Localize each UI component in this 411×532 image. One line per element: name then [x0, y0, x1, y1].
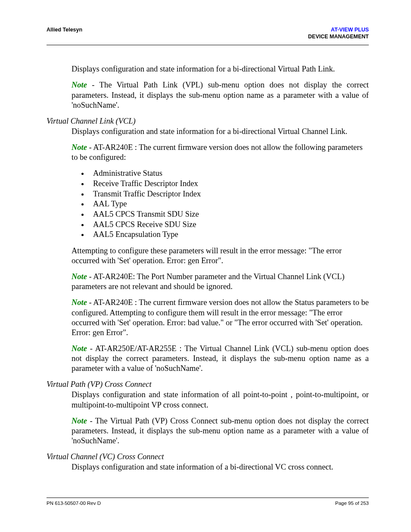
intro-paragraph: Displays configuration and state informa… — [72, 64, 369, 74]
vcl-desc: Displays configuration and state informa… — [72, 127, 369, 137]
vcl-note2-text: - AT-AR240E: The Port Number parameter a… — [72, 272, 345, 291]
header-category: DEVICE MANAGEMENT — [308, 34, 369, 40]
list-item: AAL5 Encapsulation Type — [89, 230, 369, 240]
page-footer: PN 613-50507-00 Rev D Page 95 of 253 — [47, 498, 369, 506]
list-item: AAL Type — [89, 199, 369, 209]
vcl-note1-text: - AT-AR240E : The current firmware versi… — [72, 143, 363, 162]
list-item: Transmit Traffic Descriptor Index — [89, 189, 369, 199]
note-label: Note — [72, 298, 87, 307]
vcl-heading: Virtual Channel Link (VCL) — [47, 116, 369, 126]
vc-heading: Virtual Channel (VC) Cross Connect — [47, 452, 369, 462]
note-label: Note — [72, 417, 87, 425]
note-label: Note — [72, 344, 87, 353]
intro-note: Note - The Virtual Path Link (VPL) sub-m… — [72, 80, 369, 110]
list-item: AAL5 CPCS Transmit SDU Size — [89, 209, 369, 220]
vp-desc: Displays configuration and state informa… — [72, 390, 369, 410]
header-right: AT-VIEW PLUS DEVICE MANAGEMENT — [308, 27, 369, 40]
header-company: Allied Telesyn — [47, 27, 82, 34]
vcl-note4: Note - AT-AR250E/AT-AR255E : The Virtual… — [72, 344, 369, 373]
note-label: Note — [72, 272, 87, 281]
vcl-note3: Note - AT-AR240E : The current firmware … — [72, 298, 369, 338]
list-item: Administrative Status — [89, 168, 369, 179]
vp-heading: Virtual Path (VP) Cross Connect — [47, 380, 369, 389]
intro-note-text: - The Virtual Path Link (VPL) sub-menu o… — [72, 81, 369, 109]
document-content: Displays configuration and state informa… — [47, 64, 369, 472]
list-item: AAL5 CPCS Receive SDU Size — [89, 220, 369, 230]
vc-desc: Displays configuration and state informa… — [72, 462, 369, 472]
vcl-note4-text: - AT-AR250E/AT-AR255E : The Virtual Chan… — [72, 344, 369, 373]
note-label: Note — [72, 81, 87, 89]
list-item: Receive Traffic Descriptor Index — [89, 179, 369, 189]
vcl-note1: Note - AT-AR240E : The current firmware … — [72, 143, 369, 162]
document-page: Allied Telesyn AT-VIEW PLUS DEVICE MANAG… — [0, 0, 411, 495]
vcl-parameter-list: Administrative Status Receive Traffic De… — [89, 168, 369, 240]
vcl-note2: Note - AT-AR240E: The Port Number parame… — [72, 272, 369, 292]
footer-pn: PN 613-50507-00 Rev D — [47, 500, 101, 506]
page-header: Allied Telesyn AT-VIEW PLUS DEVICE MANAG… — [47, 27, 369, 45]
header-product: AT-VIEW PLUS — [331, 27, 369, 33]
vp-note1: Note - The Virtual Path (VP) Cross Conne… — [72, 416, 369, 446]
note-label: Note — [72, 143, 87, 152]
vp-note1-text: - The Virtual Path (VP) Cross Connect su… — [72, 417, 369, 445]
vcl-note3-text: - AT-AR240E : The current firmware versi… — [72, 298, 369, 336]
vcl-afterlist: Attempting to configure these parameters… — [72, 246, 369, 266]
footer-page-number: Page 95 of 253 — [335, 500, 369, 506]
